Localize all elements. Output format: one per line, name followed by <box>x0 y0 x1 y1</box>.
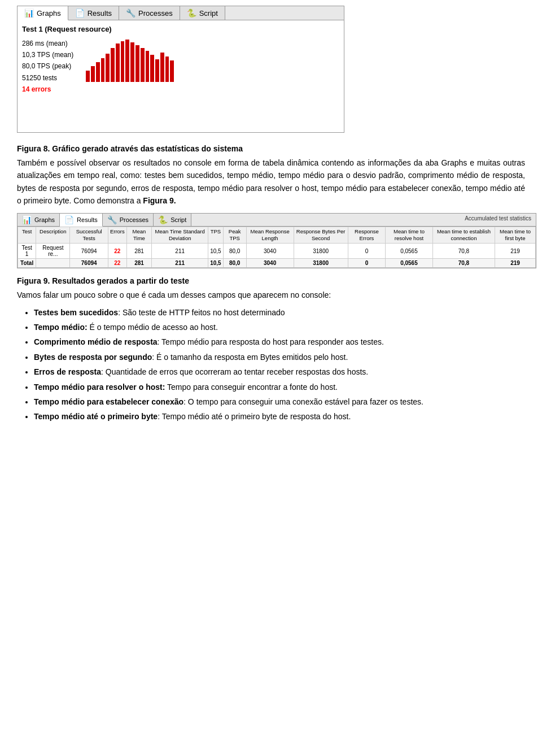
processes-icon-1: 🔧 <box>126 8 136 18</box>
bullet-estabelecer-conexao-bold: Tempo médio para estabelecer conexão <box>34 397 183 406</box>
bullet-tempo-medio: Tempo médio: É o tempo médio de acesso a… <box>34 321 525 333</box>
bullet-successful-tests-bold: Testes bem sucedidos <box>34 308 118 317</box>
tab-graphs-2[interactable]: 📊 Graphs <box>18 214 60 226</box>
cell-total-tps: 10,5 <box>208 259 223 268</box>
tab-processes-label-2: Processes <box>120 216 148 223</box>
cell-test1-mean: 281 <box>126 244 151 259</box>
col-response-bytes: Response Bytes Per Second <box>294 227 348 244</box>
col-response-errors: Response Errors <box>348 227 386 244</box>
stats-text: 286 ms (mean) 10,3 TPS (mean) 80,0 TPS (… <box>22 38 73 95</box>
col-tps: TPS <box>208 227 223 244</box>
bullet-erros-resposta: Erros de resposta: Quantidade de erros q… <box>34 366 525 378</box>
bullet-erros-resposta-bold: Erros de resposta <box>34 367 101 376</box>
tab-script-label-2: Script <box>171 216 186 223</box>
body-paragraph-1: Também e possível observar os resultados… <box>17 157 525 207</box>
cell-test1-bytes: 31800 <box>294 244 348 259</box>
intro-paragraph: Vamos falar um pouco sobre o que é cada … <box>17 289 525 301</box>
col-errors: Errors <box>108 227 126 244</box>
cell-total-establish: 70,8 <box>432 259 495 268</box>
cell-total-resp-err: 0 <box>348 259 386 268</box>
tab-script-label-1: Script <box>199 9 218 18</box>
col-mean-first: Mean time to first byte <box>495 227 536 244</box>
bullet-comprimento-medio-text: : Tempo médio para resposta do host para… <box>158 337 384 346</box>
figure9-number: Figura 9. <box>17 276 50 285</box>
bar-16 <box>160 53 164 82</box>
stat-tps-mean: 10,3 TPS (mean) <box>22 50 73 60</box>
bar-17 <box>165 57 169 82</box>
cell-total-label: Total <box>18 259 36 268</box>
bar-14 <box>150 55 154 82</box>
tab-bar-1: 📊 Graphs 📄 Results 🔧 Processes 🐍 Script <box>17 6 344 20</box>
bar-8 <box>121 41 125 82</box>
tab-bar-2: 📊 Graphs 📄 Results 🔧 Processes 🐍 Script … <box>18 214 536 227</box>
cell-test1-success: 76094 <box>70 244 108 259</box>
bar-10 <box>130 42 134 82</box>
bullet-resolver-host: Tempo médio para resolver o host: Tempo … <box>34 381 525 393</box>
cell-test1-test: Test 1 <box>18 244 36 259</box>
bullet-comprimento-medio-bold: Comprimento médio de resposta <box>34 337 158 346</box>
bar-13 <box>146 51 150 82</box>
cell-total-resolve: 0,0565 <box>386 259 433 268</box>
results-table-wrapper: 📊 Graphs 📄 Results 🔧 Processes 🐍 Script … <box>17 213 536 269</box>
bar-11 <box>136 45 139 82</box>
cell-total-std: 211 <box>152 259 208 268</box>
graphs-icon-1: 📊 <box>24 8 34 18</box>
script-icon-1: 🐍 <box>187 8 196 18</box>
stat-tests: 51250 tests <box>22 73 73 84</box>
bullet-comprimento-medio: Comprimento médio de resposta: Tempo méd… <box>34 336 525 348</box>
bullet-estabelecer-conexao-text: : O tempo para conseguir uma conexão est… <box>183 397 423 406</box>
bullet-erros-resposta-text: : Quantidade de erros que ocorreram ao t… <box>101 367 368 376</box>
tab-processes-2[interactable]: 🔧 Processes <box>103 214 154 226</box>
tab-script-2[interactable]: 🐍 Script <box>154 214 191 226</box>
cell-total-first: 219 <box>495 259 536 268</box>
cell-test1-resp-len: 3040 <box>246 244 294 259</box>
bullet-primeiro-byte-bold: Tempo médio até o primeiro byte <box>34 412 158 421</box>
figure8-number: Figura 8. <box>17 144 50 153</box>
script-icon-2: 🐍 <box>158 215 168 224</box>
col-mean-establish: Mean time to establish connection <box>432 227 495 244</box>
col-test: Test <box>18 227 36 244</box>
cell-test1-resp-err: 0 <box>348 244 386 259</box>
cell-total-resp-len: 3040 <box>246 259 294 268</box>
bar-18 <box>170 60 174 82</box>
figure9-caption: Figura 9. Resultados gerados a partir do… <box>17 276 525 285</box>
bullet-bytes-resposta: Bytes de resposta por segundo: É o taman… <box>34 351 525 363</box>
col-mean-response: Mean Response Length <box>246 227 294 244</box>
bullet-section: Vamos falar um pouco sobre o que é cada … <box>17 289 525 423</box>
bullet-bytes-resposta-text: : É o tamanho da resposta em Bytes emiti… <box>152 353 348 362</box>
bar-15 <box>155 59 159 82</box>
tab-script-1[interactable]: 🐍 Script <box>180 6 225 20</box>
processes-icon-2: 🔧 <box>107 215 117 224</box>
bar-9 <box>125 40 129 82</box>
stat-errors: 14 errors <box>22 84 73 95</box>
bullet-primeiro-byte: Tempo médio até o primeiro byte: Tempo m… <box>34 410 525 423</box>
col-mean-std: Mean Time Standard Deviation <box>152 227 208 244</box>
tab-results-2[interactable]: 📄 Results <box>60 214 103 227</box>
cell-total-bytes: 31800 <box>294 259 348 268</box>
cell-total-success: 76094 <box>70 259 108 268</box>
cell-total-peak: 80,0 <box>223 259 246 268</box>
panel-title: Test 1 (Request resource) <box>22 25 339 33</box>
bar-chart <box>85 38 175 83</box>
graph-stats-area: 286 ms (mean) 10,3 TPS (mean) 80,0 TPS (… <box>22 38 339 95</box>
figure8-caption: Figura 8. Gráfico gerado através das est… <box>17 144 525 153</box>
graphs-icon-2: 📊 <box>22 215 32 224</box>
tab-processes-label-1: Processes <box>138 9 173 18</box>
figure9-title: Resultados gerados a partir do teste <box>52 276 189 285</box>
bullet-bytes-resposta-bold: Bytes de resposta por segundo <box>34 353 152 362</box>
bullet-estabelecer-conexao: Tempo médio para estabelecer conexão: O … <box>34 396 525 408</box>
cell-test1-std: 211 <box>152 244 208 259</box>
bar-3 <box>96 62 100 82</box>
bullet-primeiro-byte-text: : Tempo médio até o primeiro byte de res… <box>158 412 351 421</box>
tab-graphs-1[interactable]: 📊 Graphs <box>18 6 68 20</box>
tab-results-label-2: Results <box>77 216 98 223</box>
results-data-table: Test Description Successful Tests Errors… <box>18 227 536 268</box>
cell-total-desc <box>36 259 70 268</box>
graph-panel: Test 1 (Request resource) 286 ms (mean) … <box>17 20 344 133</box>
tab-results-1[interactable]: 📄 Results <box>68 6 119 20</box>
bullet-successful-tests-text: : São teste de HTTP feitos no host deter… <box>118 308 285 317</box>
bullet-successful-tests: Testes bem sucedidos: São teste de HTTP … <box>34 306 525 319</box>
table-row-total: Total 76094 22 281 211 10,5 80,0 3040 31… <box>18 259 536 268</box>
tab-processes-1[interactable]: 🔧 Processes <box>119 6 180 20</box>
bar-4 <box>101 58 105 82</box>
